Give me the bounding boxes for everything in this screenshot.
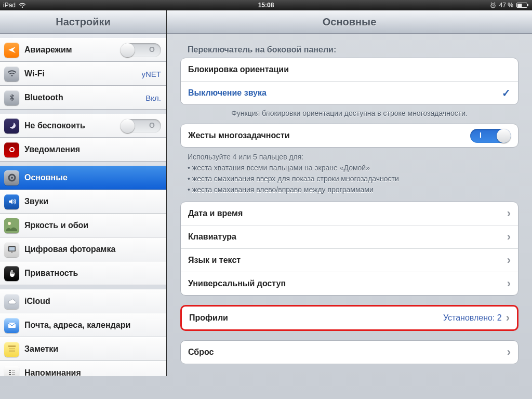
row-language[interactable]: Язык и текст › [181, 249, 518, 272]
reminders-icon [4, 366, 19, 377]
sidebar-item-wifi[interactable]: Wi-Fi yNET [0, 62, 166, 86]
cell-label: Жесты многозадачности [188, 131, 470, 140]
multitask-group: Жесты многозадачности [180, 124, 518, 148]
sidebar-item-notifications[interactable]: Уведомления [0, 138, 166, 162]
sidebar-title: Настройки [0, 10, 166, 34]
cell-label: Выключение звука [188, 88, 498, 98]
sidebar-item-label: Bluetooth [24, 93, 140, 102]
sidebar-item-dnd[interactable]: Не беспокоить [0, 114, 166, 138]
svg-rect-19 [9, 372, 11, 373]
notes-icon [4, 342, 19, 357]
cloud-icon [4, 294, 19, 309]
hand-icon [4, 266, 19, 281]
sidebar-item-sounds[interactable]: Звуки [0, 190, 166, 214]
chevron-right-icon: › [507, 230, 511, 244]
sidebar-list[interactable]: Авиарежим Wi-Fi yNET Bluetooth Вкл. [0, 34, 166, 376]
cell-label: Клавиатура [188, 232, 503, 242]
sidebar-item-label: Звуки [24, 197, 161, 206]
speaker-icon [4, 194, 19, 209]
multitask-gestures[interactable]: Жесты многозадачности [181, 124, 518, 147]
detail-body[interactable]: Переключатель на боковой панели: Блокиро… [167, 34, 532, 376]
sidebar-item-label: Цифровая фоторамка [24, 245, 161, 254]
bluetooth-icon [4, 90, 19, 105]
airplane-toggle[interactable] [121, 43, 161, 57]
svg-point-9 [8, 222, 11, 225]
sidebar-item-brightness[interactable]: Яркость и обои [0, 214, 166, 237]
detail-title: Основные [167, 10, 532, 34]
sidebar-item-label: Авиарежим [24, 45, 115, 55]
sidebar-item-mail[interactable]: Почта, адреса, календари [0, 313, 166, 337]
svg-rect-20 [9, 374, 11, 375]
sidebar-item-privacy[interactable]: Приватность [0, 261, 166, 285]
sidebar-item-label: Напоминания [24, 368, 161, 376]
detail-pane: Основные Переключатель на боковой панели… [167, 10, 532, 376]
mail-icon [4, 318, 19, 333]
reset-group: Сброс › [180, 340, 518, 364]
sidebar: Настройки Авиарежим Wi-Fi yNET [0, 10, 167, 376]
airplane-icon [4, 43, 19, 58]
battery-icon [516, 2, 529, 8]
sidebar-item-label: Не беспокоить [24, 121, 115, 130]
multitask-toggle[interactable] [470, 129, 511, 143]
device-screen: iPad 15:08 47 % Настройки Авиа [0, 0, 532, 399]
wallpaper-icon [4, 218, 19, 233]
sideswitch-lock-orientation[interactable]: Блокировка ориентации [181, 58, 518, 82]
chevron-right-icon: › [507, 207, 511, 220]
checkmark-icon: ✓ [502, 87, 511, 99]
svg-rect-13 [8, 323, 16, 328]
cell-label: Сброс [188, 348, 503, 357]
chevron-right-icon: › [507, 345, 511, 359]
svg-rect-2 [527, 4, 528, 6]
alarm-icon [490, 2, 496, 8]
sideswitch-mute[interactable]: Выключение звука ✓ [181, 82, 518, 104]
row-reset[interactable]: Сброс › [181, 341, 518, 364]
svg-rect-11 [9, 247, 15, 251]
sidebar-item-label: iCloud [24, 297, 161, 306]
row-datetime[interactable]: Дата и время › [181, 202, 518, 225]
row-accessibility[interactable]: Универсальный доступ › [181, 272, 518, 295]
row-keyboard[interactable]: Клавиатура › [181, 225, 518, 249]
sidebar-item-general[interactable]: Основные [0, 166, 166, 190]
sideswitch-header: Переключатель на боковой панели: [188, 45, 518, 55]
clock: 15:08 [0, 2, 532, 9]
svg-point-5 [10, 148, 14, 151]
frame-icon [4, 242, 19, 257]
sidebar-item-label: Почта, адреса, календари [24, 321, 161, 330]
bt-value: Вкл. [145, 94, 161, 102]
svg-rect-14 [8, 345, 16, 347]
sidebar-item-label: Заметки [24, 344, 161, 354]
cell-label: Блокировка ориентации [188, 65, 511, 74]
sidebar-item-bluetooth[interactable]: Bluetooth Вкл. [0, 86, 166, 110]
cell-label: Универсальный доступ [188, 279, 503, 288]
profiles-group: Профили Установлено: 2 › [180, 305, 518, 331]
cell-label: Дата и время [188, 209, 503, 218]
sideswitch-footer: Функция блокировки ориентации доступна в… [191, 109, 508, 117]
wifi-icon [19, 2, 26, 8]
sidebar-item-label: Уведомления [24, 145, 161, 154]
device-label: iPad [3, 2, 16, 9]
svg-rect-18 [9, 370, 11, 371]
chevron-right-icon: › [507, 277, 511, 290]
multitask-description: Используйте 4 или 5 пальцев для: • жеста… [188, 152, 518, 195]
sidebar-item-reminders[interactable]: Напоминания [0, 361, 166, 376]
status-bar: iPad 15:08 47 % [0, 0, 532, 10]
sidebar-item-airplane[interactable]: Авиарежим [0, 38, 166, 62]
dnd-toggle[interactable] [121, 119, 161, 133]
row-profiles[interactable]: Профили Установлено: 2 › [182, 307, 517, 329]
sidebar-item-label: Основные [24, 173, 161, 182]
notification-icon [4, 142, 19, 157]
general-links-group: Дата и время › Клавиатура › Язык и текст… [180, 202, 518, 296]
moon-icon [4, 118, 19, 134]
chevron-right-icon: › [507, 254, 511, 267]
profiles-value: Установлено: 2 [443, 313, 502, 323]
sideswitch-group: Блокировка ориентации Выключение звука ✓ [180, 58, 518, 105]
sidebar-item-label: Яркость и обои [24, 221, 161, 230]
sidebar-item-frame[interactable]: Цифровая фоторамка [0, 237, 166, 261]
wifi-value: yNET [142, 70, 162, 78]
gear-icon [4, 170, 19, 185]
sidebar-item-notes[interactable]: Заметки [0, 337, 166, 361]
sidebar-item-label: Приватность [24, 269, 161, 278]
chevron-right-icon: › [506, 311, 510, 325]
svg-rect-3 [517, 4, 522, 7]
sidebar-item-icloud[interactable]: iCloud [0, 289, 166, 313]
